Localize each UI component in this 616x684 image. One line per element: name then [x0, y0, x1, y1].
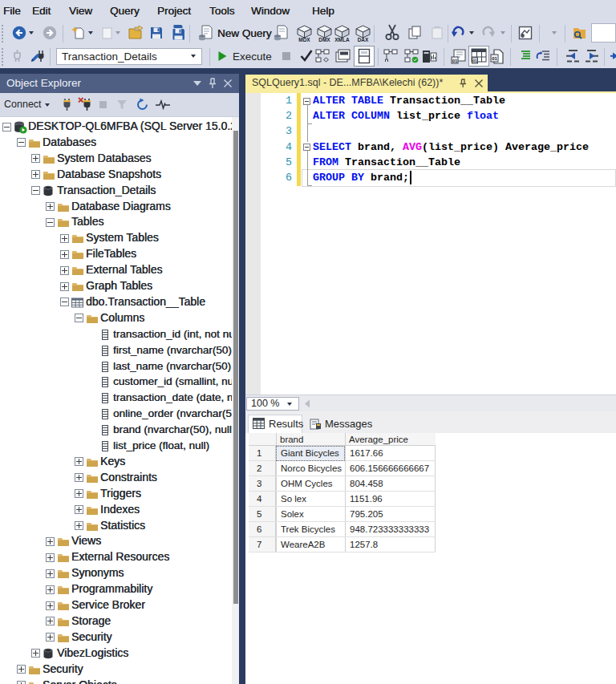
- svg-text:01: 01: [492, 56, 497, 61]
- svg-text:MDX: MDX: [298, 37, 310, 42]
- svg-text:DAX: DAX: [358, 37, 369, 42]
- svg-text:DMX: DMX: [318, 37, 330, 42]
- svg-text:01: 01: [472, 59, 477, 63]
- svg-text:01: 01: [452, 59, 458, 63]
- svg-text:XMLA: XMLA: [334, 37, 350, 42]
